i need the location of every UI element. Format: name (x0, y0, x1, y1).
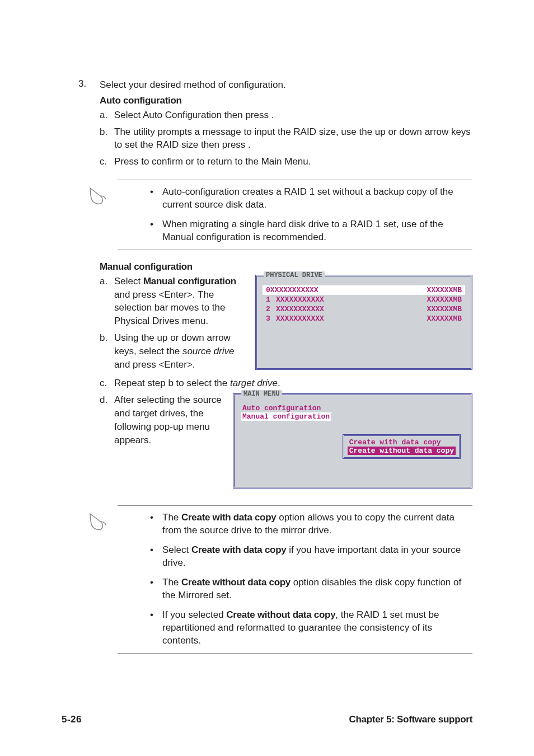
note-item: Select Create with data copy if you have… (146, 544, 472, 570)
auto-step: b.The utility prompts a message to input… (100, 125, 472, 152)
note-item: The Create without data copy option disa… (146, 576, 472, 602)
step-3: 3. Select your desired method of configu… (78, 78, 472, 92)
manual-step-b: b. Using the up or down arrow keys, sele… (100, 331, 245, 371)
step-text: Select your desired method of configurat… (100, 78, 472, 92)
menu-line: Manual configuration (241, 412, 464, 421)
auto-step: c.Press to confirm or to return to the M… (100, 155, 472, 168)
manual-step-d: d. After selecting the source and target… (100, 393, 223, 447)
menu-line: Auto configuration (241, 404, 464, 412)
auto-step: a.Select Auto Configuration then press . (100, 109, 472, 122)
page-footer: 5-26 Chapter 5: Software support (62, 714, 472, 725)
manual-config-heading: Manual configuration (100, 261, 472, 273)
note-item: Auto-configuration creates a RAID 1 set … (146, 186, 472, 212)
physical-drive-box: PHYSICAL DRIVE 0XXXXXXXXXXXXXXXXXMB1XXXX… (255, 275, 472, 370)
manual-step-c: c. Repeat step b to select the target dr… (100, 377, 472, 390)
manual-step-a: a. Select Manual configuration and press… (100, 275, 245, 328)
step-number: 3. (78, 78, 100, 92)
note-item: If you selected Create without data copy… (146, 609, 472, 647)
submenu-line: Create with data copy (348, 438, 456, 447)
chapter-title: Chapter 5: Software support (349, 714, 472, 725)
submenu-box: Create with data copyCreate without data… (343, 434, 461, 459)
note-item: When migrating a single hard disk drive … (146, 218, 472, 244)
physical-drive-title: PHYSICAL DRIVE (264, 271, 325, 279)
physical-drive-row: 0XXXXXXXXXXXXXXXXXMB (263, 285, 465, 295)
note-icon (87, 185, 110, 208)
main-menu-title: MAIN MENU (241, 390, 282, 398)
note-item: The Create with data copy option allows … (146, 511, 472, 537)
note-icon (87, 510, 110, 534)
submenu-line: Create without data copy (348, 447, 456, 455)
auto-config-heading: Auto configuration (100, 95, 472, 106)
note-block-1: Auto-configuration creates a RAID 1 set … (118, 180, 472, 250)
note-block-2: The Create with data copy option allows … (118, 505, 472, 653)
page-number: 5-26 (62, 714, 82, 725)
physical-drive-row: 1XXXXXXXXXXXXXXXXXMB (263, 295, 465, 304)
physical-drive-row: 3XXXXXXXXXXXXXXXXXMB (263, 314, 465, 323)
main-menu-box: MAIN MENU Auto configurationManual confi… (233, 393, 472, 489)
physical-drive-row: 2XXXXXXXXXXXXXXXXXMB (263, 304, 465, 314)
